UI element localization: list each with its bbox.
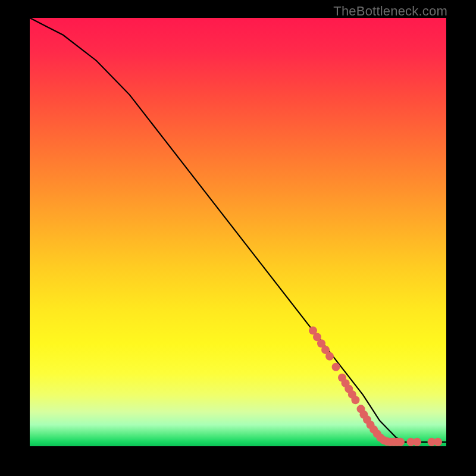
highlight-dot xyxy=(332,363,340,371)
highlight-dot xyxy=(396,438,405,446)
highlight-dot xyxy=(413,438,421,446)
chart-svg xyxy=(30,18,446,446)
highlight-dot xyxy=(325,352,334,361)
curve-line xyxy=(30,18,446,442)
highlight-dot xyxy=(351,396,359,404)
highlight-dots-group xyxy=(309,327,442,446)
watermark-text: TheBottleneck.com xyxy=(333,4,447,19)
chart-frame: TheBottleneck.com xyxy=(0,0,476,476)
highlight-dot xyxy=(434,438,442,446)
plot-area xyxy=(30,18,446,446)
